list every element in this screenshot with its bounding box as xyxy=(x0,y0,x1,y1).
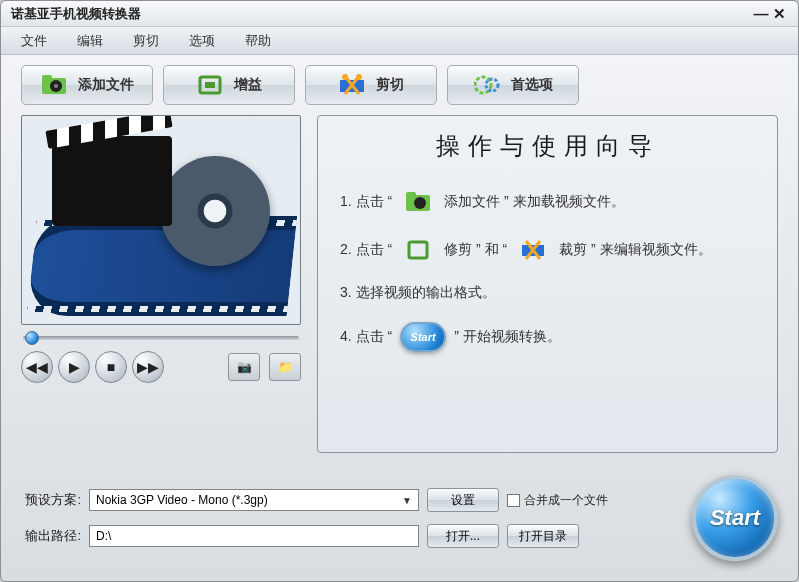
seek-thumb[interactable] xyxy=(25,331,39,345)
main-area: ◀◀ ▶ ■ ▶▶ 📷 📁 操作与使用向导 1. 点击 “ 添加文件 ” 来加载… xyxy=(1,115,798,465)
prev-icon: ◀◀ xyxy=(26,359,48,375)
svg-point-8 xyxy=(356,74,362,80)
guide-step1-text-a: 1. 点击 “ xyxy=(340,193,392,211)
titlebar: 诺基亚手机视频转换器 — ✕ xyxy=(1,1,798,27)
toolbar: 添加文件 增益 剪切 首选项 xyxy=(1,55,798,115)
menu-options[interactable]: 选项 xyxy=(189,32,215,50)
chevron-down-icon: ▼ xyxy=(402,495,412,506)
stop-icon: ■ xyxy=(107,359,115,375)
menu-file[interactable]: 文件 xyxy=(21,32,47,50)
crop-icon xyxy=(338,73,366,97)
guide-step-2: 2. 点击 “ 修剪 ” 和 “ 裁剪 ” 来编辑视频文件。 xyxy=(340,226,755,274)
seek-track xyxy=(23,336,299,340)
start-button-label: Start xyxy=(710,505,760,531)
camera-icon: 📷 xyxy=(237,360,252,374)
guide-step2-text-a: 2. 点击 “ xyxy=(340,241,392,259)
guide-panel: 操作与使用向导 1. 点击 “ 添加文件 ” 来加载视频文件。 2. 点击 “ … xyxy=(317,115,778,453)
guide-add-file-icon xyxy=(400,188,436,216)
minimize-button[interactable]: — xyxy=(752,5,770,22)
svg-rect-12 xyxy=(406,192,416,198)
svg-point-13 xyxy=(414,197,426,209)
guide-title: 操作与使用向导 xyxy=(340,130,755,162)
guide-crop-icon xyxy=(515,236,551,264)
preview-panel: ◀◀ ▶ ■ ▶▶ 📷 📁 xyxy=(21,115,301,453)
menu-edit[interactable]: 编辑 xyxy=(77,32,103,50)
guide-step1-text-b: 添加文件 ” 来加载视频文件。 xyxy=(444,193,624,211)
crop-label: 剪切 xyxy=(376,76,404,94)
add-file-button[interactable]: 添加文件 xyxy=(21,65,153,105)
next-icon: ▶▶ xyxy=(137,359,159,375)
guide-step3-text: 3. 选择视频的输出格式。 xyxy=(340,284,496,302)
svg-point-7 xyxy=(342,74,348,80)
svg-rect-5 xyxy=(205,82,215,88)
playback-controls: ◀◀ ▶ ■ ▶▶ 📷 📁 xyxy=(21,351,301,383)
play-button[interactable]: ▶ xyxy=(58,351,90,383)
prefs-icon xyxy=(473,73,501,97)
clapperboard-art xyxy=(52,136,172,226)
gain-button[interactable]: 增益 xyxy=(163,65,295,105)
guide-step4-text-b: ” 开始视频转换。 xyxy=(454,328,561,346)
guide-step4-text-a: 4. 点击 “ xyxy=(340,328,392,346)
gain-label: 增益 xyxy=(234,76,262,94)
merge-checkbox[interactable]: 合并成一个文件 xyxy=(507,492,608,509)
output-label: 输出路径: xyxy=(21,527,81,545)
svg-point-3 xyxy=(54,84,58,88)
profile-value: Nokia 3GP Video - Mono (*.3gp) xyxy=(96,493,268,507)
open-snapshot-folder-button[interactable]: 📁 xyxy=(269,353,301,381)
svg-rect-14 xyxy=(409,242,427,258)
add-file-icon xyxy=(40,73,68,97)
preview-video xyxy=(21,115,301,325)
menu-cut[interactable]: 剪切 xyxy=(133,32,159,50)
bottom-panel: 预设方案: Nokia 3GP Video - Mono (*.3gp) ▼ 设… xyxy=(1,465,798,581)
prefs-button[interactable]: 首选项 xyxy=(447,65,579,105)
guide-step-4: 4. 点击 “ Start ” 开始视频转换。 xyxy=(340,312,755,362)
window-title: 诺基亚手机视频转换器 xyxy=(11,5,752,23)
guide-step2-text-b: 修剪 ” 和 “ xyxy=(444,241,507,259)
stop-button[interactable]: ■ xyxy=(95,351,127,383)
prefs-label: 首选项 xyxy=(511,76,553,94)
play-icon: ▶ xyxy=(69,359,80,375)
guide-step-3: 3. 选择视频的输出格式。 xyxy=(340,274,755,312)
output-path-value: D:\ xyxy=(96,529,111,543)
gain-icon xyxy=(196,73,224,97)
folder-icon: 📁 xyxy=(278,360,293,374)
add-file-label: 添加文件 xyxy=(78,76,134,94)
checkbox-box xyxy=(507,494,520,507)
profile-row: 预设方案: Nokia 3GP Video - Mono (*.3gp) ▼ 设… xyxy=(21,488,676,512)
open-button[interactable]: 打开... xyxy=(427,524,499,548)
start-button[interactable]: Start xyxy=(692,475,778,561)
profile-label: 预设方案: xyxy=(21,491,81,509)
prev-button[interactable]: ◀◀ xyxy=(21,351,53,383)
film-reel-art xyxy=(160,156,270,266)
next-button[interactable]: ▶▶ xyxy=(132,351,164,383)
guide-step-1: 1. 点击 “ 添加文件 ” 来加载视频文件。 xyxy=(340,178,755,226)
close-button[interactable]: ✕ xyxy=(770,5,788,23)
open-dir-button[interactable]: 打开目录 xyxy=(507,524,579,548)
app-window: 诺基亚手机视频转换器 — ✕ 文件 编辑 剪切 选项 帮助 添加文件 增益 剪切 xyxy=(0,0,799,582)
menubar: 文件 编辑 剪切 选项 帮助 xyxy=(1,27,798,55)
menu-help[interactable]: 帮助 xyxy=(245,32,271,50)
guide-step2-text-c: 裁剪 ” 来编辑视频文件。 xyxy=(559,241,711,259)
guide-start-icon: Start xyxy=(400,322,446,352)
profile-combo[interactable]: Nokia 3GP Video - Mono (*.3gp) ▼ xyxy=(89,489,419,511)
snapshot-button[interactable]: 📷 xyxy=(228,353,260,381)
guide-trim-icon xyxy=(400,236,436,264)
settings-button[interactable]: 设置 xyxy=(427,488,499,512)
output-row: 输出路径: D:\ 打开... 打开目录 xyxy=(21,524,676,548)
seek-bar[interactable] xyxy=(21,331,301,345)
crop-button[interactable]: 剪切 xyxy=(305,65,437,105)
merge-label: 合并成一个文件 xyxy=(524,492,608,509)
output-path-field[interactable]: D:\ xyxy=(89,525,419,547)
bottom-fields: 预设方案: Nokia 3GP Video - Mono (*.3gp) ▼ 设… xyxy=(21,488,676,548)
svg-rect-1 xyxy=(42,75,52,81)
